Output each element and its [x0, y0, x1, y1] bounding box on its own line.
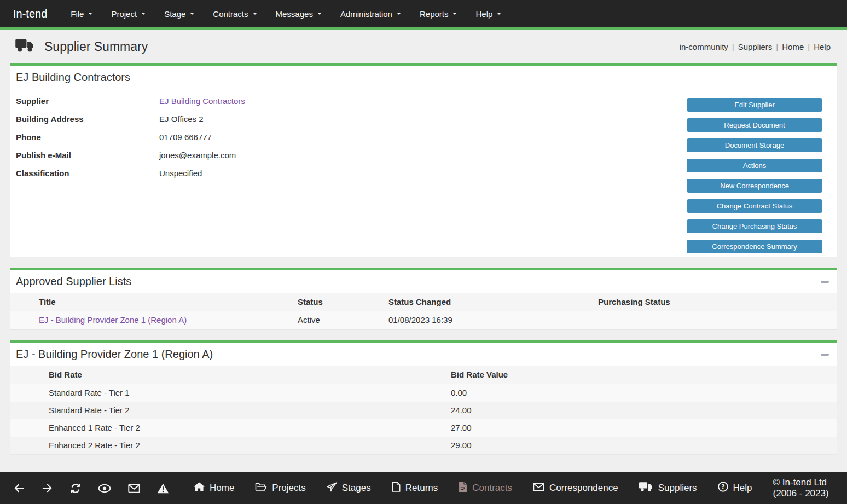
collapse-icon[interactable]	[821, 281, 829, 283]
menu-file[interactable]: File	[61, 0, 102, 28]
new-correspondence-button[interactable]: New Correspondence	[687, 179, 822, 193]
supplier-panel-title: EJ Building Contractors	[16, 71, 130, 84]
menu-administration[interactable]: Administration	[331, 0, 410, 28]
forward-icon[interactable]	[42, 483, 53, 493]
footer-item-help[interactable]: Help	[718, 482, 752, 495]
bid-rate-value: 0.00	[446, 384, 837, 402]
approved-supplier-lists-panel: Approved Supplier Lists Title Status Sta…	[10, 268, 837, 330]
supplier-fields: Supplier EJ Building Contractors Buildin…	[16, 96, 687, 257]
footer-item-returns[interactable]: Returns	[392, 482, 438, 495]
correspondence-summary-button[interactable]: Correspondence Summary	[687, 240, 822, 253]
menu-stage[interactable]: Stage	[155, 0, 204, 28]
page-title: Supplier Summary	[44, 39, 148, 54]
menu-help[interactable]: Help	[466, 0, 510, 28]
home-icon	[194, 482, 205, 494]
footer-toolbar: Home Projects Stages Returns Contracts C…	[0, 472, 847, 504]
bid-rate-name: Standard Rate - Tier 1	[44, 384, 446, 402]
caret-down-icon	[497, 13, 501, 15]
bid-rate-value: 27.00	[446, 419, 837, 437]
supplier-link[interactable]: EJ Building Contractors	[159, 96, 245, 106]
status-changed-value: 01/08/2023 16:39	[384, 311, 594, 329]
preview-eye-icon[interactable]	[98, 484, 111, 493]
field-supplier: Supplier EJ Building Contractors	[16, 96, 687, 107]
footer-item-correspondence[interactable]: Correspondence	[533, 483, 618, 494]
approved-list-link[interactable]: EJ - Building Provider Zone 1 (Region A)	[39, 315, 187, 325]
page-header: Supplier Summary in-community|Suppliers|…	[0, 30, 847, 63]
field-phone: Phone 01709 666777	[16, 132, 687, 143]
bid-rates-table: Bid Rate Bid Rate Value Standard Rate - …	[10, 366, 837, 455]
breadcrumb-in-community[interactable]: in-community	[680, 42, 728, 51]
field-classification: Classification Unspecified	[16, 168, 687, 179]
col-bid-rate-value: Bid Rate Value	[446, 366, 837, 384]
change-contract-status-button[interactable]: Change Contract Status	[687, 199, 822, 213]
back-icon[interactable]	[13, 483, 25, 493]
caret-down-icon	[141, 13, 146, 15]
refresh-icon[interactable]	[70, 483, 81, 494]
col-bid-rate: Bid Rate	[44, 366, 446, 384]
edit-supplier-button[interactable]: Edit Supplier	[687, 98, 822, 112]
table-row: Enhanced 2 Rate - Tier 2 29.00	[10, 437, 837, 455]
bid-rate-name: Standard Rate - Tier 2	[44, 402, 446, 419]
truck-icon	[639, 482, 653, 495]
truck-icon	[15, 38, 35, 55]
menu-messages[interactable]: Messages	[266, 0, 331, 28]
bid-rates-title: EJ - Building Provider Zone 1 (Region A)	[16, 348, 213, 361]
table-row: Standard Rate - Tier 2 24.00	[10, 402, 837, 419]
menu-reports[interactable]: Reports	[410, 0, 467, 28]
caret-down-icon	[317, 13, 322, 15]
table-row: EJ - Building Provider Zone 1 (Region A)…	[10, 311, 837, 329]
col-status-changed: Status Changed	[384, 293, 594, 311]
folder-open-icon	[255, 483, 267, 494]
col-title: Title	[34, 293, 293, 311]
bid-rate-value: 24.00	[446, 402, 837, 419]
document-storage-button[interactable]: Document Storage	[687, 138, 822, 152]
collapse-icon[interactable]	[821, 354, 829, 356]
paper-plane-icon	[327, 482, 337, 495]
table-header-row: Title Status Status Changed Purchasing S…	[10, 293, 837, 311]
caret-down-icon	[190, 13, 194, 15]
envelope-icon	[533, 483, 544, 494]
breadcrumb-home[interactable]: Home	[782, 42, 804, 51]
question-circle-icon	[718, 482, 728, 495]
footer-item-projects[interactable]: Projects	[255, 483, 305, 494]
change-purchasing-status-button[interactable]: Change Purchasing Status	[687, 219, 822, 233]
app-brand[interactable]: In-tend	[13, 8, 47, 20]
approved-lists-title: Approved Supplier Lists	[16, 275, 131, 288]
col-purchasing-status: Purchasing Status	[594, 293, 837, 311]
supplier-summary-panel: EJ Building Contractors Supplier EJ Buil…	[10, 63, 837, 257]
breadcrumb-suppliers[interactable]: Suppliers	[738, 42, 773, 51]
footer-item-stages[interactable]: Stages	[327, 482, 371, 495]
table-row: Enhanced 1 Rate - Tier 2 27.00	[10, 419, 837, 437]
file-icon	[392, 482, 401, 495]
actions-button[interactable]: Actions	[687, 159, 822, 172]
breadcrumb-help[interactable]: Help	[814, 42, 831, 51]
top-navbar: In-tend File Project Stage Contracts Mes…	[0, 0, 847, 30]
copyright-text: © In-tend Ltd (2006 - 2023)	[773, 477, 841, 499]
bid-rate-name: Enhanced 2 Rate - Tier 2	[44, 437, 446, 455]
bid-rate-name: Enhanced 1 Rate - Tier 2	[44, 419, 446, 437]
table-row: Standard Rate - Tier 1 0.00	[10, 384, 837, 402]
caret-down-icon	[452, 13, 457, 15]
menu-contracts[interactable]: Contracts	[204, 0, 266, 28]
mail-icon[interactable]	[128, 484, 140, 493]
alerts-warning-icon[interactable]	[157, 483, 169, 494]
menu-project[interactable]: Project	[102, 0, 155, 28]
approved-supplier-lists-table: Title Status Status Changed Purchasing S…	[10, 293, 837, 329]
caret-down-icon	[253, 13, 257, 15]
purchasing-status-value	[594, 311, 837, 329]
bid-rate-value: 29.00	[446, 437, 837, 455]
request-document-button[interactable]: Request Document	[687, 118, 822, 132]
bid-rates-panel: EJ - Building Provider Zone 1 (Region A)…	[10, 340, 837, 455]
footer-item-contracts-active[interactable]: Contracts	[459, 482, 512, 495]
caret-down-icon	[88, 13, 92, 15]
caret-down-icon	[397, 13, 401, 15]
col-status: Status	[293, 293, 384, 311]
footer-item-suppliers[interactable]: Suppliers	[639, 482, 697, 495]
table-header-row: Bid Rate Bid Rate Value	[10, 366, 837, 384]
footer-item-home[interactable]: Home	[194, 482, 234, 494]
supplier-actions: Edit Supplier Request Document Document …	[687, 96, 822, 257]
breadcrumb: in-community|Suppliers|Home|Help	[680, 42, 831, 51]
status-value: Active	[293, 311, 384, 329]
field-publish-email: Publish e-Mail jones@example.com	[16, 150, 687, 161]
field-building-address: Building Address EJ Offices 2	[16, 114, 687, 125]
